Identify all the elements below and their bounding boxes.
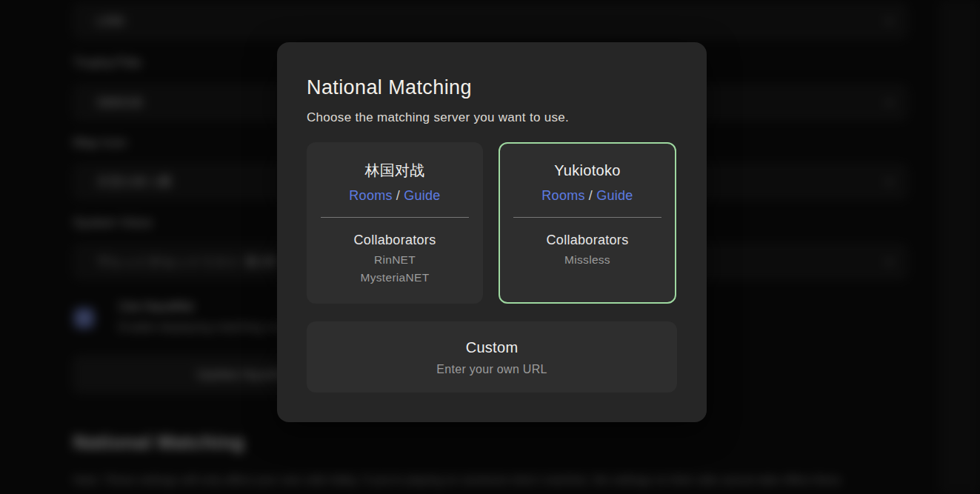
- collaborators-heading: Collaborators: [308, 231, 481, 249]
- divider: [513, 217, 661, 218]
- server-links: Rooms/Guide: [500, 187, 675, 204]
- guide-link[interactable]: Guide: [404, 188, 441, 203]
- server-name: Yukiotoko: [500, 161, 675, 180]
- server-name: 林国对战: [308, 161, 481, 180]
- server-card-yukiotoko[interactable]: Yukiotoko Rooms/Guide Collaborators Miss…: [499, 142, 676, 304]
- collaborators-heading: Collaborators: [500, 231, 675, 249]
- server-links: Rooms/Guide: [308, 187, 481, 204]
- link-separator: /: [393, 188, 404, 203]
- guide-link[interactable]: Guide: [596, 188, 633, 203]
- custom-subtitle: Enter your own URL: [436, 361, 547, 377]
- custom-server-card[interactable]: Custom Enter your own URL: [307, 321, 677, 393]
- collaborator: RinNET: [308, 251, 481, 269]
- collaborator: Missless: [500, 251, 675, 269]
- custom-title: Custom: [466, 338, 519, 357]
- national-matching-modal: National Matching Choose the matching se…: [277, 42, 707, 422]
- server-card-linguo[interactable]: 林国对战 Rooms/Guide Collaborators RinNET My…: [307, 142, 483, 304]
- collaborator-name: RinNET MysteriaNET: [308, 251, 481, 287]
- rooms-link[interactable]: Rooms: [349, 188, 393, 203]
- collaborator-name: Missless: [500, 251, 675, 269]
- modal-subtitle: Choose the matching server you want to u…: [307, 109, 677, 127]
- divider: [321, 217, 469, 218]
- modal-title: National Matching: [307, 74, 677, 101]
- link-separator: /: [585, 188, 596, 203]
- collaborator: MysteriaNET: [308, 269, 481, 287]
- rooms-link[interactable]: Rooms: [541, 188, 585, 203]
- server-options: 林国对战 Rooms/Guide Collaborators RinNET My…: [307, 142, 677, 304]
